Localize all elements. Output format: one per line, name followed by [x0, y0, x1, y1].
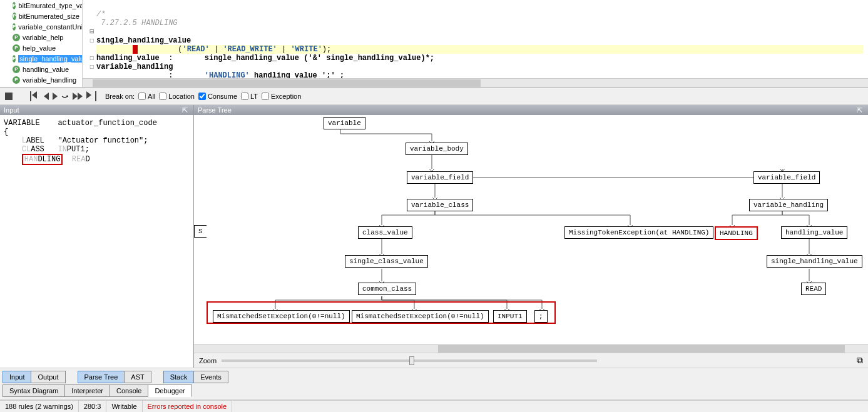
bookmark-icon[interactable]: ☐ [88, 63, 96, 71]
parser-rule-icon: P [13, 23, 16, 31]
tree-node-cut[interactable]: S [194, 225, 207, 238]
tree-node[interactable]: MismatchedSetException(0!=null) [352, 310, 489, 323]
input-text-area[interactable]: VARIABLE actuator_function_code { LABEL … [0, 115, 193, 368]
go-to-end-button[interactable] [86, 91, 96, 101]
parser-rule-icon: P [13, 66, 20, 73]
status-bar: 188 rules (2 warnings) 280:3 Writable Er… [0, 400, 868, 412]
tab-stack[interactable]: Stack [163, 371, 195, 383]
input-panel-header: Input ⇱ [0, 105, 193, 115]
status-rules: 188 rules (2 warnings) [0, 401, 79, 412]
code-rule-name: handling_value [96, 54, 160, 63]
step-over-button[interactable]: ⤻ [61, 91, 69, 101]
rule-item[interactable]: Pvariable_constantUnit [0, 21, 82, 32]
main-tabs: Syntax Diagram Interpreter Console Debug… [0, 383, 868, 400]
bookmark-icon[interactable]: ☐ [88, 54, 96, 63]
tree-node[interactable]: ; [534, 310, 548, 323]
tab-debugger[interactable]: Debugger [148, 384, 191, 397]
bookmark-icon[interactable]: ☐ [88, 36, 96, 45]
status-position: 280:3 [79, 401, 107, 412]
rules-list[interactable]: PbitEmurated_type_value PbitEnumerated_s… [0, 0, 83, 87]
code-editor[interactable]: /* 7.27.2.5 HANDLING ⊟ ☐single_handling_… [83, 0, 868, 87]
tree-node-error[interactable]: HANDLING [715, 226, 758, 240]
tree-node[interactable]: variable_field [753, 171, 820, 184]
go-to-start-button[interactable] [30, 91, 40, 101]
tab-input[interactable]: Input [3, 371, 31, 383]
tab-output[interactable]: Output [31, 371, 65, 383]
tab-interpreter[interactable]: Interpreter [64, 384, 110, 397]
horizontal-scrollbar[interactable] [194, 344, 868, 353]
tree-node[interactable]: READ [801, 283, 826, 295]
tree-node[interactable]: handling_value [781, 226, 847, 239]
break-exception-checkbox[interactable]: Exception [262, 93, 301, 100]
view-tabs: Input Output Parse Tree AST Stack Events [0, 368, 868, 383]
expand-icon[interactable]: ⇱ [182, 106, 190, 114]
step-back-button[interactable] [44, 93, 49, 100]
horizontal-scrollbar[interactable] [83, 78, 868, 87]
parser-rule-icon: P [13, 76, 20, 84]
tree-node[interactable]: class_value [358, 226, 412, 239]
parse-tree-panel-header: Parse Tree ⇱ [194, 105, 868, 115]
code-comment: 7.27.2.5 HANDLING [96, 19, 178, 28]
fast-forward-button[interactable] [73, 93, 83, 100]
fold-icon[interactable]: ⊟ [88, 28, 96, 36]
parser-rule-icon: P [13, 44, 20, 52]
tree-node[interactable]: single_handling_value [767, 255, 862, 268]
rule-item[interactable]: Phelp_value [0, 43, 82, 53]
parser-rule-icon: P [13, 2, 16, 9]
tree-node[interactable]: INPUT1 [493, 310, 527, 323]
tree-node[interactable]: common_class [358, 283, 416, 295]
break-location-checkbox[interactable]: Location [159, 93, 195, 100]
break-consume-checkbox[interactable]: Consume [198, 93, 237, 100]
code-rule-name: single_handling_value [96, 36, 191, 45]
tab-syntax-diagram[interactable]: Syntax Diagram [3, 384, 65, 397]
step-forward-button[interactable] [53, 93, 58, 100]
tree-node[interactable]: MissingTokenException(at HANDLING) [564, 226, 713, 239]
collapse-tree-icon[interactable]: ⧉ [857, 355, 863, 366]
tab-parse-tree[interactable]: Parse Tree [78, 371, 125, 383]
break-all-checkbox[interactable]: All [138, 93, 155, 100]
parse-tree-canvas[interactable]: variable variable_body S variable_field … [194, 115, 868, 344]
parser-rule-icon: P [13, 34, 20, 41]
status-writable: Writable [106, 401, 142, 412]
code-rule-name: variable_handling [96, 63, 173, 71]
status-errors: Errors reported in console [143, 401, 233, 412]
tree-node[interactable]: variable_handling [749, 199, 828, 211]
current-token-highlight: HANDLING [22, 154, 63, 165]
tree-node[interactable]: variable_class [407, 199, 473, 211]
tree-node[interactable]: single_class_value [345, 255, 428, 268]
debug-toolbar: ⤻ Break on: All Location Consume LT Exce… [0, 88, 868, 105]
expand-icon[interactable]: ⇱ [857, 106, 864, 114]
rule-item[interactable]: PbitEnumerated_size [0, 11, 82, 21]
rule-item[interactable]: PbitEmurated_type_value [0, 0, 82, 11]
parser-rule-icon: P [13, 13, 16, 20]
tab-console[interactable]: Console [110, 384, 148, 397]
tree-node[interactable]: MismatchedSetException(0!=null) [213, 310, 350, 323]
tree-node[interactable]: variable_body [406, 143, 468, 155]
zoom-slider[interactable] [222, 359, 597, 362]
code-comment: /* [96, 10, 105, 19]
rule-item[interactable]: Phandling_value [0, 64, 82, 74]
break-on-label: Break on: [105, 93, 135, 100]
tree-node[interactable]: variable_field [407, 171, 473, 184]
rule-item[interactable]: Pvariable_help [0, 32, 82, 43]
rule-item-selected[interactable]: Psingle_handling_value [0, 53, 82, 64]
tab-events[interactable]: Events [193, 371, 228, 383]
parser-rule-icon: P [13, 55, 16, 63]
stop-button[interactable] [5, 93, 13, 100]
zoom-thumb[interactable] [409, 356, 414, 365]
tab-ast[interactable]: AST [124, 371, 151, 383]
zoom-label: Zoom [199, 357, 217, 364]
break-lt-checkbox[interactable]: LT [241, 93, 258, 100]
rule-item[interactable]: Pvariable_handling [0, 74, 82, 85]
tree-node[interactable]: variable [324, 117, 365, 129]
